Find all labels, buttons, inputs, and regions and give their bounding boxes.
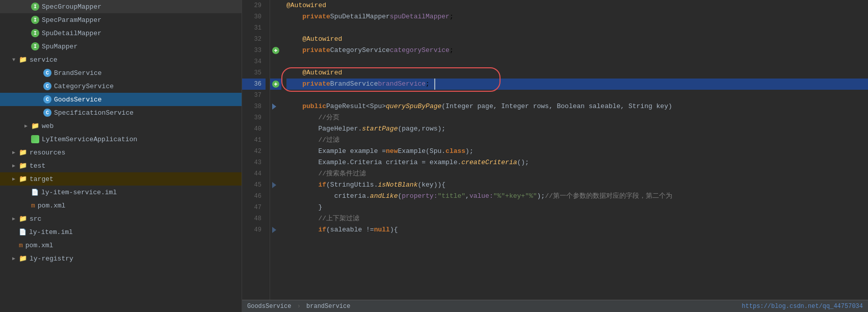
status-url[interactable]: https://blog.csdn.net/qq_44757034 bbox=[742, 303, 863, 310]
code-lines[interactable]: @Autowired private SpuDetailMapper spuDe… bbox=[281, 0, 868, 300]
code-area: 29 30 31 32 33 34 35 36 37 38 39 40 41 4… bbox=[242, 0, 868, 300]
gutter-40 bbox=[270, 123, 281, 135]
tree-item-iml[interactable]: 📄 ly-item-service.iml bbox=[0, 186, 242, 199]
app-icon bbox=[31, 135, 39, 143]
tree-item-label: web bbox=[42, 122, 54, 130]
line-num-30: 30 bbox=[242, 11, 266, 22]
tree-item-resources[interactable]: 📁 resources bbox=[0, 146, 242, 159]
code-line-30: private SpuDetailMapper spuDetailMapper; bbox=[286, 11, 868, 22]
code-token: brandService bbox=[378, 79, 426, 90]
line-num-37: 37 bbox=[242, 90, 266, 101]
line-num-49: 49 bbox=[242, 224, 266, 236]
tree-item-goodsservice[interactable]: C GoodsService bbox=[0, 93, 242, 106]
tree-item-label: pom.xml bbox=[38, 202, 66, 210]
code-line-46: criteria.andLike( property: "title", val… bbox=[286, 191, 868, 202]
code-token: startPage bbox=[362, 123, 398, 135]
code-token: @Autowired bbox=[302, 34, 342, 45]
interface-icon: I bbox=[31, 42, 39, 50]
code-token: , bbox=[465, 191, 469, 202]
code-token: isNotBlank bbox=[378, 179, 417, 191]
tree-item-specgroupmapper[interactable]: I SpecGroupMapper bbox=[0, 0, 242, 13]
code-token: PageResult<Spu> bbox=[326, 101, 386, 112]
code-token: //第一个参数的数据对应的字段，第二个为 bbox=[545, 191, 672, 202]
tree-item-spumapper[interactable]: I SpuMapper bbox=[0, 40, 242, 53]
line-num-42: 42 bbox=[242, 146, 266, 157]
tree-item-specificationservice[interactable]: C SpecificationService bbox=[0, 106, 242, 119]
gutter-49[interactable] bbox=[270, 224, 281, 236]
code-token: criteria. bbox=[334, 191, 370, 202]
code-token: value: bbox=[469, 191, 493, 202]
code-token: ){ bbox=[390, 224, 398, 236]
gutter-32 bbox=[270, 34, 281, 45]
code-line-48: //上下架过滤 bbox=[286, 213, 868, 224]
tree-item-label: SpecificationService bbox=[54, 109, 134, 117]
line-num-34: 34 bbox=[242, 56, 266, 67]
gutter-44 bbox=[270, 168, 281, 179]
code-token: "title" bbox=[437, 191, 465, 202]
xml-icon: m bbox=[31, 202, 35, 210]
code-token: if bbox=[318, 179, 326, 191]
code-token: querySpuByPage bbox=[386, 101, 441, 112]
tree-item-label: ly-registry bbox=[30, 255, 73, 263]
tree-item-brandservice[interactable]: C BrandService bbox=[0, 66, 242, 80]
code-line-35: @Autowired bbox=[286, 67, 868, 79]
code-token: BrandService bbox=[330, 79, 378, 90]
line-num-32: 32 bbox=[242, 34, 266, 45]
gutter-33[interactable] bbox=[270, 45, 281, 56]
tree-item-label: SpuMapper bbox=[42, 43, 77, 50]
tree-item-pom-inner[interactable]: m pom.xml bbox=[0, 199, 242, 212]
gutter-38[interactable] bbox=[270, 101, 281, 112]
line-num-39: 39 bbox=[242, 112, 266, 123]
gutter-45[interactable] bbox=[270, 179, 281, 191]
svg-marker-5 bbox=[272, 182, 276, 188]
class-icon: C bbox=[43, 69, 51, 77]
code-token: ; bbox=[426, 79, 430, 90]
file-icon: 📄 bbox=[31, 189, 39, 196]
tree-item-app[interactable]: LyItemServiceApplication bbox=[0, 133, 242, 146]
tree-item-lyregistry[interactable]: 📁 ly-registry bbox=[0, 252, 242, 265]
file-tree: I SpecGroupMapper I SpecParamMapper I Sp… bbox=[0, 0, 242, 312]
tree-item-target[interactable]: 📁 target bbox=[0, 172, 242, 186]
svg-marker-4 bbox=[272, 103, 276, 110]
tree-item-label: LyItemServiceApplication bbox=[42, 136, 137, 143]
code-token: } bbox=[318, 202, 322, 213]
code-token: PageHelper. bbox=[318, 123, 362, 135]
code-token: @Autowired bbox=[302, 67, 342, 79]
code-line-34 bbox=[286, 56, 868, 67]
tree-item-label: ly-item-service.iml bbox=[41, 189, 117, 196]
code-line-29: @Autowired bbox=[286, 0, 868, 11]
folder-expand-icon bbox=[12, 149, 17, 155]
breadcrumb: GoodsService › brandService bbox=[247, 303, 350, 310]
code-line-36: private BrandService brandService; bbox=[286, 79, 868, 90]
code-token: public bbox=[302, 101, 326, 112]
tree-item-service[interactable]: 📁 service bbox=[0, 53, 242, 66]
code-token: @Autowired bbox=[286, 0, 326, 11]
code-token: (key)){ bbox=[417, 179, 445, 191]
tree-item-src[interactable]: 📁 src bbox=[0, 212, 242, 225]
tree-item-lyitem-iml[interactable]: 📄 ly-item.iml bbox=[0, 225, 242, 239]
line-num-31: 31 bbox=[242, 22, 266, 34]
code-line-38: public PageResult<Spu> querySpuByPage(In… bbox=[286, 101, 868, 112]
tree-item-spudetailmapper[interactable]: I SpuDetailMapper bbox=[0, 27, 242, 40]
code-token: spuDetailMapper bbox=[390, 11, 450, 22]
tree-item-label: test bbox=[30, 162, 45, 170]
breadcrumb-item-2: brandService bbox=[306, 303, 350, 310]
gutter-48 bbox=[270, 213, 281, 224]
tree-item-pom-outer[interactable]: m pom.xml bbox=[0, 239, 242, 252]
code-token: new bbox=[386, 146, 398, 157]
tree-item-categoryservice[interactable]: C CategoryService bbox=[0, 80, 242, 93]
gutter-35 bbox=[270, 67, 281, 79]
tree-item-web[interactable]: 📁 web bbox=[0, 119, 242, 133]
tree-item-specparammapper[interactable]: I SpecParamMapper bbox=[0, 13, 242, 27]
line-num-47: 47 bbox=[242, 202, 266, 213]
gutter-36[interactable] bbox=[270, 79, 281, 90]
tree-item-test[interactable]: 📁 test bbox=[0, 159, 242, 172]
code-token: ); bbox=[465, 146, 474, 157]
code-token: //分页 bbox=[318, 112, 339, 123]
gutter-42 bbox=[270, 146, 281, 157]
gutter-34 bbox=[270, 56, 281, 67]
code-line-31 bbox=[286, 22, 868, 34]
gutter-43 bbox=[270, 157, 281, 168]
code-editor: 29 30 31 32 33 34 35 36 37 38 39 40 41 4… bbox=[242, 0, 868, 312]
gutter-46 bbox=[270, 191, 281, 202]
